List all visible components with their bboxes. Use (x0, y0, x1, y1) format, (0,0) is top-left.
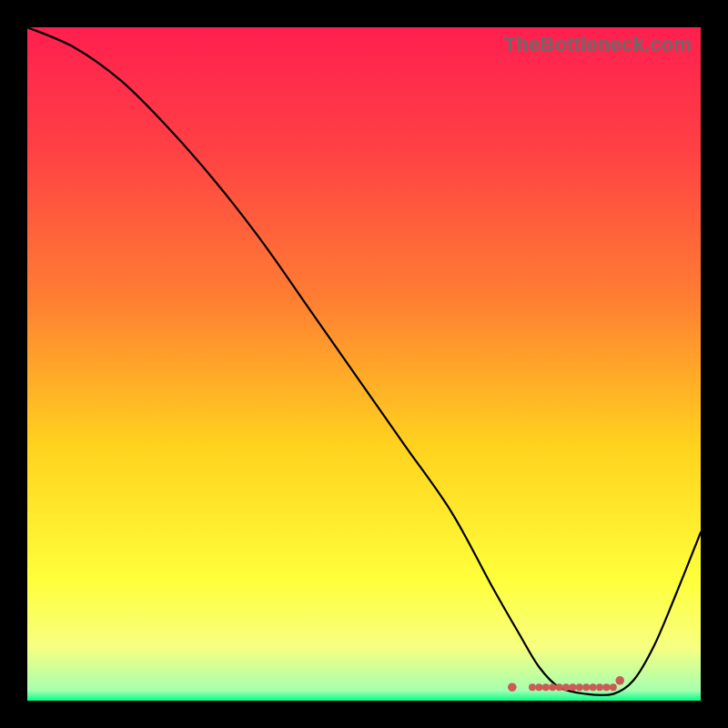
chart-frame: TheBottleneck.com (0, 0, 728, 728)
marker-dot (549, 683, 556, 691)
marker-dot (556, 683, 563, 691)
marker-dot (576, 683, 583, 691)
optimal-band-marker (508, 676, 624, 692)
marker-dot (562, 683, 570, 691)
marker-dot (529, 683, 536, 691)
plot-area: TheBottleneck.com (27, 27, 701, 701)
marker-dot (615, 676, 624, 685)
marker-dot (508, 682, 517, 692)
bottleneck-curve (27, 27, 701, 695)
marker-dot (596, 683, 603, 691)
marker-dot (590, 683, 597, 691)
watermark-text: TheBottleneck.com (504, 33, 692, 56)
marker-dot (610, 683, 617, 691)
marker-dot (542, 683, 550, 691)
curve-layer (27, 27, 701, 701)
marker-dot (569, 683, 576, 691)
marker-dot (602, 683, 610, 691)
marker-dot (535, 683, 542, 691)
marker-dot (582, 683, 590, 691)
